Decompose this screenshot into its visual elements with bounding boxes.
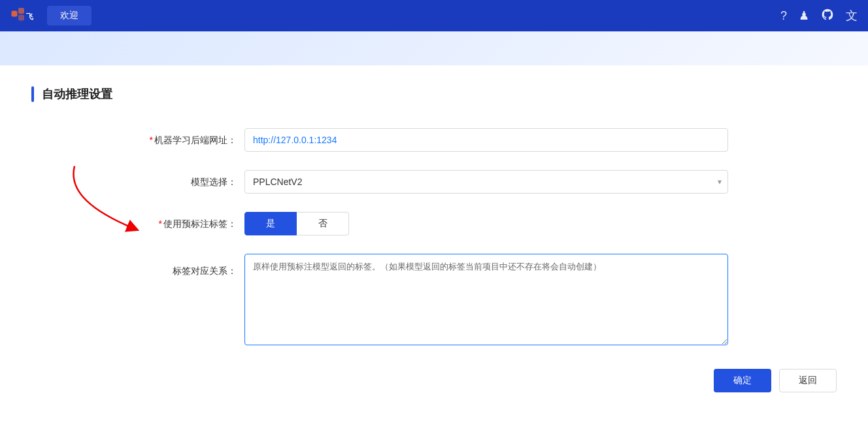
logo-icon: 飞桨 [10, 7, 34, 25]
logo: 飞桨 [10, 7, 34, 25]
main-content: 自动推理设置 *机器学习后端网址： 模型选择： PPLCNetV2 ResNet… [0, 65, 868, 446]
page-title-wrap: 自动推理设置 [31, 86, 837, 102]
model-select-label: 模型选择： [140, 170, 244, 194]
backend-url-input[interactable] [244, 128, 728, 152]
model-select-control: PPLCNetV2 ResNet50 MobileNetV3 ▾ [244, 170, 728, 194]
footer-buttons: 确定 返回 [31, 369, 837, 392]
svg-text:飞桨: 飞桨 [26, 12, 34, 20]
confirm-button[interactable]: 确定 [714, 369, 771, 392]
form-body: *机器学习后端网址： 模型选择： PPLCNetV2 ResNet50 Mobi… [140, 128, 728, 348]
pretag-radio-group: 是 否 [244, 212, 728, 235]
navbar-icons: ? ♟ 文 [780, 8, 858, 24]
back-button[interactable]: 返回 [779, 369, 837, 392]
pretag-yes-button[interactable]: 是 [244, 212, 297, 235]
form-row-model: 模型选择： PPLCNetV2 ResNet50 MobileNetV3 ▾ [140, 170, 728, 194]
page-title: 自动推理设置 [42, 86, 112, 102]
welcome-tab[interactable]: 欢迎 [47, 6, 92, 26]
backend-url-label: *机器学习后端网址： [140, 128, 244, 152]
model-select[interactable]: PPLCNetV2 ResNet50 MobileNetV3 [244, 170, 728, 194]
pretag-no-button[interactable]: 否 [297, 212, 349, 235]
navbar: 飞桨 欢迎 ? ♟ 文 [0, 0, 868, 31]
form-row-backend-url: *机器学习后端网址： [140, 128, 728, 152]
svg-rect-0 [12, 11, 18, 17]
required-star2: * [159, 218, 162, 229]
backend-url-control [244, 128, 728, 152]
pretag-control: 是 否 [244, 212, 728, 235]
title-bar [31, 86, 34, 102]
github-icon[interactable] [821, 8, 834, 24]
bug-icon[interactable]: ♟ [799, 9, 809, 23]
svg-rect-1 [18, 8, 24, 14]
use-pretag-label: *使用预标注标签： [140, 212, 244, 235]
svg-rect-2 [18, 15, 24, 21]
form-row-pretag: *使用预标注标签： 是 否 [140, 212, 728, 235]
lang-icon[interactable]: 文 [846, 8, 858, 24]
tag-map-textarea[interactable]: 原样使用预标注模型返回的标签。（如果模型返回的标签当前项目中还不存在将会自动创建… [244, 254, 728, 345]
tag-map-control: 原样使用预标注模型返回的标签。（如果模型返回的标签当前项目中还不存在将会自动创建… [244, 254, 728, 348]
sub-header [0, 31, 868, 65]
tag-map-label: 标签对应关系： [140, 254, 244, 283]
required-star: * [150, 135, 153, 145]
model-select-wrap: PPLCNetV2 ResNet50 MobileNetV3 ▾ [244, 170, 728, 194]
form-row-tagmap: 标签对应关系： 原样使用预标注模型返回的标签。（如果模型返回的标签当前项目中还不… [140, 254, 728, 348]
help-icon[interactable]: ? [780, 9, 787, 23]
